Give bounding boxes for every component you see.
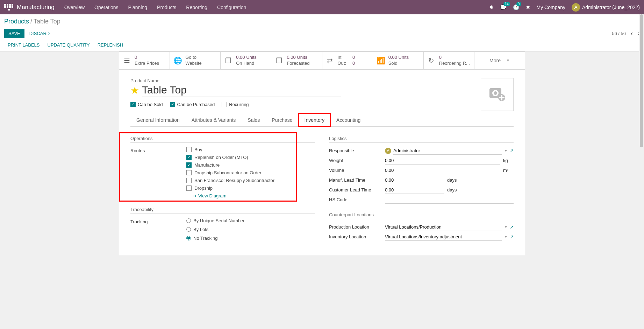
- menu-products[interactable]: Products: [157, 5, 176, 10]
- tab-inventory[interactable]: Inventory: [299, 113, 331, 127]
- breadcrumb-root[interactable]: Products: [4, 18, 29, 25]
- clt-input[interactable]: [385, 186, 444, 194]
- pager-text: 56 / 56: [612, 31, 626, 36]
- product-name-input[interactable]: [142, 84, 341, 97]
- route-sf-resupply-checkbox[interactable]: [186, 178, 192, 183]
- stat-forecasted[interactable]: ❒0.00 UnitsForecasted: [271, 52, 322, 69]
- recurring-checkbox[interactable]: [222, 102, 227, 107]
- weight-label: Weight: [329, 157, 385, 163]
- apps-icon[interactable]: [4, 3, 13, 12]
- volume-input[interactable]: [385, 167, 500, 174]
- activity-icon[interactable]: 🕐9: [513, 4, 520, 10]
- globe-icon: 🌐: [173, 56, 182, 65]
- vertical-scrollbar[interactable]: [639, 14, 644, 269]
- menu-configuration[interactable]: Configuration: [217, 5, 246, 10]
- counterpart-title: Counterpart Locations: [329, 212, 514, 219]
- route-mto-checkbox[interactable]: ✓: [186, 155, 192, 160]
- action-bar: PRINT LABELS UPDATE QUANTITY REPLENISH: [4, 42, 640, 51]
- favorite-star-icon[interactable]: ★: [130, 85, 139, 96]
- product-name-label: Product Name: [130, 78, 514, 83]
- transfer-icon: ⇄: [326, 56, 334, 65]
- svg-rect-3: [499, 97, 505, 98]
- action-replenish[interactable]: REPLENISH: [98, 42, 123, 48]
- inv-location-input[interactable]: [385, 233, 502, 241]
- save-button[interactable]: SAVE: [4, 29, 24, 38]
- mlt-input[interactable]: [385, 176, 444, 184]
- menu-reporting[interactable]: Reporting: [186, 5, 207, 10]
- stat-boxes: ☰0Extra Prices 🌐Go toWebsite ❒0.00 Units…: [119, 51, 525, 70]
- messages-icon[interactable]: 💬14: [500, 4, 507, 10]
- tracking-label: Tracking: [130, 218, 186, 224]
- prod-location-label: Production Location: [329, 223, 385, 230]
- discard-button[interactable]: DISCARD: [29, 31, 50, 36]
- external-link-icon[interactable]: ↗: [510, 224, 514, 230]
- stat-extra-prices[interactable]: ☰0Extra Prices: [119, 52, 170, 69]
- arrow-right-icon: ➔: [193, 193, 197, 198]
- refresh-icon: ↻: [427, 56, 436, 65]
- inv-location-label: Inventory Location: [329, 233, 385, 239]
- menu-planning[interactable]: Planning: [128, 5, 148, 10]
- breadcrumb-current: Table Top: [34, 18, 60, 25]
- weight-input[interactable]: [385, 157, 500, 164]
- messages-badge: 14: [503, 2, 510, 6]
- control-bar: Products/Table Top SAVE DISCARD 56 / 56 …: [0, 14, 644, 51]
- breadcrumb: Products/Table Top: [4, 18, 640, 25]
- chart-icon: 📶: [377, 56, 385, 65]
- can-be-sold-label: Can be Sold: [138, 102, 163, 107]
- external-link-icon[interactable]: ↗: [510, 148, 514, 153]
- pager-prev[interactable]: ‹: [631, 30, 633, 37]
- stat-in-out[interactable]: ⇄In:0Out:0: [322, 52, 373, 69]
- recurring-label: Recurring: [229, 102, 249, 107]
- tab-accounting[interactable]: Accounting: [330, 113, 366, 126]
- caret-down-icon: ▼: [506, 58, 510, 62]
- user-menu[interactable]: A Administrator (June_2022): [572, 3, 640, 12]
- stat-website[interactable]: 🌐Go toWebsite: [170, 52, 221, 69]
- company-switcher[interactable]: My Company: [537, 5, 565, 10]
- route-manufacture-checkbox[interactable]: ✓: [186, 162, 192, 168]
- product-image-placeholder[interactable]: [481, 78, 514, 111]
- responsible-input[interactable]: [393, 147, 502, 155]
- route-dropship-sub-checkbox[interactable]: [186, 170, 192, 175]
- traceability-title: Traceability: [130, 207, 315, 214]
- hs-label: HS Code: [329, 196, 385, 202]
- mlt-label: Manuf. Lead Time: [329, 176, 385, 183]
- can-be-purchased-label: Can be Purchased: [177, 102, 215, 107]
- dropdown-icon[interactable]: ▼: [504, 149, 508, 153]
- stat-sold[interactable]: 📶0.00 UnitsSold: [373, 52, 424, 69]
- tab-general-information[interactable]: General Information: [130, 113, 186, 126]
- stat-reordering[interactable]: ↻0Reordering R...: [424, 52, 474, 69]
- tools-icon[interactable]: ✖: [526, 4, 530, 10]
- activity-badge: 9: [516, 2, 521, 6]
- operations-title: Operations: [130, 136, 315, 143]
- external-link-icon[interactable]: ↗: [510, 234, 514, 239]
- action-update-quantity[interactable]: UPDATE QUANTITY: [48, 42, 90, 48]
- menu-operations[interactable]: Operations: [94, 5, 118, 10]
- tracking-lots-radio[interactable]: [186, 227, 191, 232]
- logistics-title: Logistics: [329, 136, 514, 143]
- dropdown-icon[interactable]: ▼: [504, 235, 508, 239]
- tracking-none-radio[interactable]: [186, 236, 191, 240]
- action-print-labels[interactable]: PRINT LABELS: [8, 42, 40, 48]
- can-be-sold-checkbox[interactable]: ✓: [130, 102, 136, 107]
- prod-location-input[interactable]: [385, 223, 502, 231]
- hs-input[interactable]: [385, 196, 514, 204]
- menu-overview[interactable]: Overview: [64, 5, 85, 10]
- view-diagram-link[interactable]: ➔View Diagram: [193, 193, 227, 198]
- clt-label: Customer Lead Time: [329, 186, 385, 192]
- tracking-serial-radio[interactable]: [186, 218, 191, 223]
- bug-icon[interactable]: ✸: [489, 4, 494, 10]
- route-dropship-checkbox[interactable]: [186, 186, 192, 191]
- dropdown-icon[interactable]: ▼: [504, 225, 508, 229]
- stat-on-hand[interactable]: ❒0.00 UnitsOn Hand: [221, 52, 271, 69]
- stat-more[interactable]: More▼: [474, 52, 525, 69]
- user-name: Administrator (June_2022): [582, 5, 640, 10]
- tab-purchase[interactable]: Purchase: [266, 113, 298, 126]
- brand[interactable]: Manufacturing: [17, 4, 55, 11]
- route-buy-checkbox[interactable]: [186, 147, 192, 152]
- tab-sales[interactable]: Sales: [242, 113, 266, 126]
- cubes-icon: ❒: [224, 56, 232, 65]
- can-be-purchased-checkbox[interactable]: ✓: [170, 102, 175, 107]
- scrollbar-thumb[interactable]: [640, 14, 643, 147]
- tab-attributes-variants[interactable]: Attributes & Variants: [186, 113, 242, 126]
- list-icon: ☰: [123, 56, 131, 65]
